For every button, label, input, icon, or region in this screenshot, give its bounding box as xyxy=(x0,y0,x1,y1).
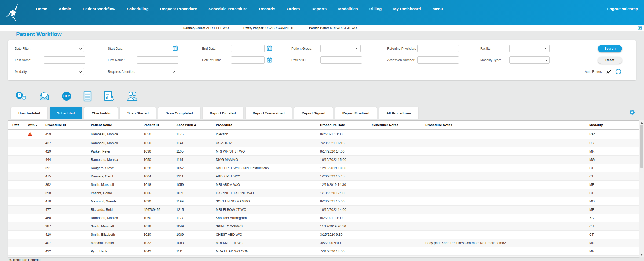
worklist-row[interactable]: 392 Smith, Marshall 1018 1059 MRI ABDM W… xyxy=(8,181,639,189)
nav-item[interactable]: My Dashboard xyxy=(393,6,421,11)
workflow-tab[interactable]: Report Signed xyxy=(294,107,333,119)
first-name-input[interactable] xyxy=(137,56,178,64)
nav-item[interactable]: Admin xyxy=(59,6,71,11)
worklist-row[interactable]: 437 Rambeau, Monica 1050 1141 US AORTA 7… xyxy=(8,139,639,147)
date-of-birth-calendar-icon[interactable] xyxy=(266,57,272,63)
hl7-icon[interactable]: HL7 xyxy=(61,91,72,101)
cell-procedure-id: 437 xyxy=(41,139,86,147)
filter-row-3: Modality: Requires Attention: Auto Refre… xyxy=(15,66,629,77)
worklist-row[interactable]: 459 Rambeau, Monica 1050 1175 Injection … xyxy=(8,130,639,139)
banner-patient-link[interactable]: Potts, Pepper:US ABD COMPLETE xyxy=(243,26,295,30)
workflow-tab[interactable]: Report Transcribed xyxy=(245,107,292,119)
nav-item[interactable]: Billing xyxy=(369,6,382,11)
worklist-row[interactable]: 407 Marshall, Smith 1032 1083 MRI KNEE J… xyxy=(8,239,639,247)
worklist-row[interactable]: 477 Richards, Reid 456789456 1215 MRI EL… xyxy=(8,206,639,214)
referring-physician-input[interactable] xyxy=(417,45,459,52)
nav-item[interactable]: Menu xyxy=(433,6,443,11)
modality-type-select[interactable] xyxy=(509,56,550,64)
report-select-icon[interactable] xyxy=(103,91,115,102)
patients-group-icon[interactable] xyxy=(126,91,139,101)
workflow-tab[interactable]: Report Dictated xyxy=(202,107,243,119)
column-header-modality[interactable]: Modality xyxy=(585,121,639,130)
worklist-row[interactable]: 460 Rambeau, Monica 1050 1177 Shoulder A… xyxy=(8,214,639,222)
worklist-document-icon[interactable] xyxy=(83,91,92,102)
column-header-patient-id[interactable]: Patient ID xyxy=(139,121,172,130)
cell-modality: MR xyxy=(585,147,639,156)
cell-procedure: SPINE C 2-3VWS xyxy=(211,222,316,231)
nav-item[interactable]: Scheduling xyxy=(127,6,149,11)
date-of-birth-input[interactable] xyxy=(231,56,265,64)
nav-item[interactable]: Home xyxy=(36,6,47,11)
scrollbar-thumb[interactable] xyxy=(640,125,643,168)
logout-link[interactable]: Logout salesrep xyxy=(607,6,638,11)
nav-item[interactable]: Records xyxy=(259,6,275,11)
column-header-scheduler-notes[interactable]: Scheduler Notes xyxy=(368,121,421,130)
nav-item[interactable]: Schedule Procedure xyxy=(208,6,247,11)
workflow-tab[interactable]: Unscheduled xyxy=(11,107,48,119)
start-date-input[interactable] xyxy=(137,45,170,52)
facility-select[interactable] xyxy=(509,45,550,52)
scrollbar-down-arrow-icon[interactable] xyxy=(641,254,643,256)
worklist-row[interactable]: 425 Long, Scott 1046 1117 MRI TSPINE W/O… xyxy=(8,256,639,258)
cell-modality: MR xyxy=(585,181,639,189)
end-date-calendar-icon[interactable] xyxy=(266,45,272,52)
search-button[interactable]: Search xyxy=(598,45,622,52)
accession-number-input[interactable] xyxy=(417,56,459,64)
column-header-stat[interactable]: Stat xyxy=(8,121,24,130)
refresh-icon[interactable] xyxy=(615,68,622,75)
last-name-input[interactable] xyxy=(44,56,85,64)
column-header-procedure-notes[interactable]: Procedure Notes xyxy=(421,121,585,130)
scrollbar-up-arrow-icon[interactable] xyxy=(641,122,643,124)
worklist-row[interactable]: 444 Rambeau, Monica 1050 1161 DIAG MAMMO… xyxy=(8,156,639,164)
nav-item[interactable]: Reports xyxy=(311,6,327,11)
column-header-patient-name[interactable]: Patient Name xyxy=(86,121,139,130)
main-menu: HomeAdminPatient WorkflowSchedulingReque… xyxy=(36,6,443,11)
email-icon[interactable] xyxy=(39,91,50,101)
worklist-row[interactable]: 398 Patient, Demo 1006 1071 C-SPINE + T-… xyxy=(8,189,639,197)
column-header-procedure[interactable]: Procedure xyxy=(211,121,316,130)
banner-utility-icon[interactable] xyxy=(638,26,642,30)
modality-select[interactable] xyxy=(44,68,84,75)
worklist-row[interactable]: 419 Parker, Peter 1036 1105 MRI WRIST JT… xyxy=(8,147,639,156)
start-date-calendar-icon[interactable] xyxy=(172,45,178,52)
table-scrollbar[interactable] xyxy=(639,120,644,257)
batch-print-icon[interactable] xyxy=(15,91,27,101)
auto-refresh-checkbox[interactable] xyxy=(606,70,610,74)
reset-button[interactable]: Reset xyxy=(598,57,622,64)
workflow-tab[interactable]: Scheduled xyxy=(50,107,82,119)
workflow-tab[interactable]: Scan Completed xyxy=(158,107,200,119)
worklist-row[interactable]: 470 Maximoff, Wanda 1030 1199 SCREENING … xyxy=(8,197,639,206)
worklist-row[interactable]: 475 Danvers, Carol 1004 1211 ABD + PEL W… xyxy=(8,172,639,181)
cell-accession: 1215 xyxy=(172,206,211,214)
nav-item[interactable]: Patient Workflow xyxy=(83,6,115,11)
workflow-tab[interactable]: Checked-In xyxy=(84,107,118,119)
workflow-tab-label: Unscheduled xyxy=(18,111,40,115)
column-header-procedure-date[interactable]: Procedure Date xyxy=(316,121,368,130)
workflow-tab[interactable]: All Procedures xyxy=(379,107,419,119)
cell-procedure-notes xyxy=(421,147,585,156)
cell-modality: MR xyxy=(585,256,639,258)
workflow-tab[interactable]: Report Finalized xyxy=(335,107,377,119)
nav-item[interactable]: Modalities xyxy=(338,6,358,11)
cell-procedure-date: 7/20/2021 16:15 xyxy=(316,139,368,147)
workflow-tab[interactable]: Scan Started xyxy=(120,107,156,119)
nav-item[interactable]: Request Procedure xyxy=(160,6,197,11)
worklist-row[interactable]: 391 Rodgers, Steve 1028 1057 ABD + PEL W… xyxy=(8,164,639,172)
column-header-procedure-id[interactable]: Procedure ID xyxy=(41,121,86,130)
banner-patient-link[interactable]: Parker, Peter:MRI WRIST JT WO xyxy=(309,26,357,30)
banner-patient-link[interactable]: Banner, Bruce:ABD + PEL W/O xyxy=(183,26,229,30)
grid-settings-gear-icon[interactable] xyxy=(629,109,635,117)
patient-group-select[interactable] xyxy=(320,45,361,52)
worklist-row[interactable]: 422 Pym, Hank 1042 1111 MRA HEAD WO CON … xyxy=(8,247,639,256)
cell-modality: US xyxy=(585,139,639,147)
nav-item[interactable]: Orders xyxy=(287,6,300,11)
end-date-input[interactable] xyxy=(231,45,265,52)
column-header-attn[interactable]: Attn xyxy=(24,121,41,130)
requires-attention-select[interactable] xyxy=(137,68,177,75)
column-header-accession[interactable]: Accession # xyxy=(172,121,211,130)
workflow-tab-label: Scan Completed xyxy=(166,111,193,115)
worklist-row[interactable]: 387 Smith, Marshall 1018 1049 SPINE C 2-… xyxy=(8,222,639,231)
worklist-row[interactable]: 410 Smith, Elizabeth 1020 1089 CHEST ABD… xyxy=(8,231,639,239)
patient-id-input[interactable] xyxy=(320,56,362,64)
date-filter-select[interactable] xyxy=(44,45,84,52)
